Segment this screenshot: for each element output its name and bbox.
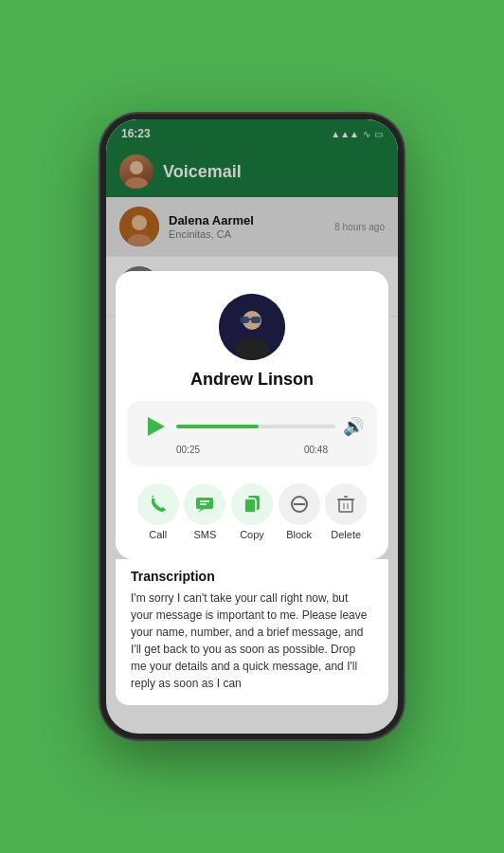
delete-circle — [325, 483, 367, 525]
delete-label: Delete — [331, 529, 361, 540]
audio-player-wrap: 🔊 00:25 00:48 — [127, 401, 377, 466]
call-circle — [137, 483, 179, 525]
transcription-text: I'm sorry I can't take your call right n… — [131, 590, 373, 692]
copy-label: Copy — [240, 529, 264, 540]
call-label: Call — [149, 529, 167, 540]
modal-card: Andrew Linson 🔊 00:25 00:48 — [116, 271, 388, 559]
transcription-section: Transcription I'm sorry I can't take you… — [116, 559, 388, 705]
svg-point-10 — [235, 337, 269, 360]
svg-rect-21 — [244, 499, 256, 513]
audio-times: 00:25 00:48 — [140, 445, 364, 455]
current-time: 00:25 — [176, 445, 200, 455]
block-circle — [279, 483, 320, 525]
progress-fill — [176, 425, 259, 428]
play-button[interactable] — [140, 412, 169, 441]
audio-player: 🔊 — [140, 412, 364, 441]
action-copy[interactable]: Copy — [231, 483, 273, 540]
action-sms[interactable]: SMS — [184, 483, 225, 540]
action-call[interactable]: Call — [137, 483, 179, 540]
action-delete[interactable]: Delete — [325, 483, 367, 540]
volume-icon[interactable]: 🔊 — [343, 416, 364, 437]
svg-rect-25 — [339, 499, 352, 512]
svg-marker-19 — [198, 509, 204, 513]
modal-contact-name: Andrew Linson — [190, 370, 314, 390]
play-triangle-icon — [148, 417, 165, 436]
copy-circle — [231, 483, 273, 525]
action-block[interactable]: Block — [279, 483, 320, 540]
modal-avatar — [219, 294, 285, 360]
total-time: 00:48 — [304, 445, 328, 455]
progress-bar[interactable] — [176, 425, 335, 428]
sms-circle — [184, 483, 225, 525]
transcription-title: Transcription — [131, 569, 373, 584]
modal-overlay: Andrew Linson 🔊 00:25 00:48 — [106, 119, 398, 734]
phone-frame: 16:23 ▲▲▲ ∿ ▭ Voicemail — [100, 114, 404, 739]
block-label: Block — [286, 529, 312, 540]
svg-rect-16 — [196, 498, 213, 509]
actions-row: Call SMS — [131, 483, 373, 540]
svg-rect-15 — [251, 317, 261, 323]
svg-rect-14 — [240, 317, 249, 323]
sms-label: SMS — [193, 529, 216, 540]
